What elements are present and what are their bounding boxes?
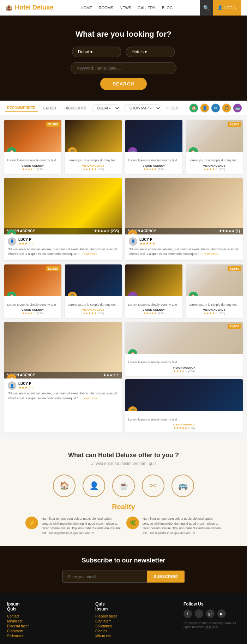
offer-feature-title: Reality — [7, 503, 240, 511]
tab-latest[interactable]: LATEST — [41, 105, 59, 111]
footer-link-claritas[interactable]: Claritas — [95, 629, 117, 633]
card-1-image: $2,980 🏠 — [4, 120, 61, 152]
header: 🏨 Hotel Deluxe HOME ROOMS NEWS GALLERY B… — [0, 0, 247, 16]
filter-icon-home[interactable]: 🏠 — [189, 103, 198, 113]
header-login-button[interactable]: 👤 LOGIN — [213, 0, 241, 16]
read-more-1[interactable]: ....read more — [79, 252, 97, 256]
footer-col-3: Follow Us f t g+ ▶ Copyright © 2016.Comp… — [183, 602, 240, 630]
location-select[interactable]: Dubai ▾ — [72, 47, 121, 57]
card-r3-4-image: $2,980 🏠 — [186, 264, 243, 296]
header-search-button[interactable]: 🔍 — [200, 0, 213, 16]
overlay-stars-1: ★★★★☆ (235) — [94, 229, 119, 233]
filter-map[interactable]: SHOW MAP ▾ — [124, 104, 161, 112]
review-card-1: VISION AGENCY ★★★★☆ (235) 🏠 👤 LUCY-P ★★★… — [4, 178, 122, 260]
card-r3-3-image: 🚌 — [125, 264, 182, 296]
social-facebook[interactable]: f — [183, 609, 192, 618]
logo: 🏨 Hotel Deluxe — [6, 4, 53, 11]
footer-link-claritatem2[interactable]: Claritatem — [95, 619, 117, 623]
review-3-text: "Ut wisi enim ad minim veniam, quis nost… — [8, 391, 118, 401]
review-card-1-overlay: VISION AGENCY ★★★★☆ (235) — [4, 228, 122, 234]
offer-icon-scissors[interactable]: ✂ — [142, 475, 164, 497]
social-twitter[interactable]: t — [195, 609, 203, 618]
card-r3-3: 🚌 Lorem Ipsum is simply dummy text VISIO… — [125, 264, 182, 318]
search-button[interactable]: SEARCH — [100, 78, 147, 90]
card-2-desc: Lorem Ipsum is simply dummy text — [68, 158, 119, 163]
card-r3-2-body: Lorem Ipsum is simply dummy text VISION … — [65, 296, 122, 318]
filter-icon-mail[interactable]: ✉ — [211, 103, 220, 113]
card-r4-2-image: 🎵 — [125, 379, 243, 411]
cards-row2: VISION AGENCY ★★★★☆ (235) 🏠 👤 LUCY-P ★★★… — [4, 178, 243, 260]
card-4-price: $2,980 — [228, 122, 241, 127]
footer-link-claritatem[interactable]: Claritatem — [7, 629, 29, 633]
nav-blog[interactable]: BLOG — [162, 6, 173, 10]
footer-link-mirum2[interactable]: Mirum est — [95, 634, 117, 638]
type-select[interactable]: Hotels ▾ — [126, 47, 175, 57]
filter-icon-bus[interactable]: 🚌 — [233, 103, 242, 113]
card-r4-1-body: Lorem Ipsum is simply dummy text VISION … — [125, 354, 243, 376]
card-3-stars: ★★★★★ (136) — [128, 167, 180, 171]
footer-link-sollemnes2[interactable]: Sollemnes — [95, 624, 117, 628]
review-card-2-image: VISION AGENCY ★★★★★ (1) 🏠 — [125, 178, 243, 234]
filter-icons: 🏠 👤 ✉ 🎵 🚌 — [189, 103, 242, 113]
newsletter-section: Subscribe to our newsletter SUBSCRIBE — [0, 546, 247, 593]
offer-icon-coffee[interactable]: ☕ — [112, 475, 135, 497]
cards-row3: $2,980 🏠 Lorem Ipsum is simply dummy tex… — [4, 264, 243, 318]
tab-highlights[interactable]: HIGHLIGHTS — [62, 105, 89, 111]
footer-link-sollemnes[interactable]: Sollemnes — [7, 634, 29, 638]
footer: IpsumQuis Contact Mirum est Placerat fac… — [0, 593, 247, 644]
card-r3-3-body: Lorem Ipsum is simply dummy text VISION … — [125, 296, 182, 318]
footer-link-placerat[interactable]: Placerat facer — [7, 624, 29, 628]
newsletter-subscribe-button[interactable]: SUBSCRIBE — [147, 571, 184, 583]
card-3-image: 🚌 — [125, 120, 182, 152]
nav-rooms[interactable]: ROOMS — [99, 6, 114, 10]
reviewer-3: 👤 LUCY-P ★★★☆☆ — [8, 381, 118, 390]
card-r3-1: $2,980 🏠 Lorem Ipsum is simply dummy tex… — [4, 264, 61, 318]
footer-link-mirum[interactable]: Mirum est — [7, 619, 29, 623]
offer-title: What can Hotel Deluxe offer to you ? — [7, 452, 240, 459]
filter-location[interactable]: DUBAI ▾ — [92, 104, 120, 112]
newsletter-email-input[interactable] — [62, 571, 147, 583]
card-r4-1-price: $2,980 — [228, 324, 241, 329]
hero-title: What are you looking for? — [7, 30, 240, 39]
offer-icon-bus[interactable]: 🚌 — [171, 475, 194, 497]
tab-recommended[interactable]: RECOMMENDED — [5, 105, 38, 112]
footer-link-contact[interactable]: Contact — [7, 614, 29, 618]
nav-home[interactable]: HOME — [81, 6, 92, 10]
filter-icon-music[interactable]: 🎵 — [222, 103, 231, 113]
feature-2-icon: 🌿 — [126, 517, 139, 529]
offer-icon-home[interactable]: 🏠 — [53, 475, 76, 497]
header-actions: 🔍 👤 LOGIN — [200, 0, 241, 16]
footer-link-placerat2[interactable]: Piacerat facer — [95, 614, 117, 618]
hero-filters: Dubai ▾ Hotels ▾ — [7, 47, 240, 57]
nav-news[interactable]: NEWS — [120, 6, 131, 10]
footer-col2-title: QuisIpsum — [95, 602, 117, 612]
offer-subtitle: Ut wisi enim ad minim veniam, quis — [7, 461, 240, 466]
footer-copyright: Copyright © 2016.Company name All rights… — [183, 621, 240, 630]
card-3-body: Lorem Ipsum is simply dummy text VISION … — [125, 152, 182, 174]
card-r3-4-price: $2,980 — [228, 266, 241, 271]
offer-icon-user[interactable]: 👤 — [83, 475, 105, 497]
keyword-input[interactable] — [71, 62, 176, 74]
offer-features: ⚡ Nam liber tempor cum soluta nobis elei… — [7, 517, 240, 536]
read-more-3[interactable]: ....read more — [79, 396, 97, 400]
offer-icons: 🏠 👤 ☕ ✂ 🚌 — [7, 475, 240, 497]
reviewer-1-avatar: 👤 — [8, 237, 16, 246]
social-gplus[interactable]: g+ — [206, 609, 215, 618]
card-r3-1-image: $2,980 🏠 — [4, 264, 61, 296]
review-card-1-body: 👤 LUCY-P ★★★☆☆ "Ut wisi enim ad minim ve… — [4, 234, 122, 260]
card-r3-2: 🎵 Lorem Ipsum is simply dummy text VISIO… — [65, 264, 122, 318]
card-2: 🎵 Lorem Ipsum is simply dummy text VISIO… — [65, 120, 122, 174]
card-1-stars: ★★★★☆ (236) — [7, 167, 59, 171]
card-r4-2: 🎵 Lorem Ipsum is simply dummy text VISIO… — [125, 379, 243, 433]
social-youtube[interactable]: ▶ — [217, 609, 226, 618]
read-more-2[interactable]: ....read more — [200, 252, 218, 256]
filter-icon-user[interactable]: 👤 — [200, 103, 209, 113]
card-2-stars: ★★★★★ (138) — [68, 167, 119, 171]
reviewer-2-avatar: 👤 — [129, 237, 137, 246]
nav-gallery[interactable]: GALLERY — [138, 6, 156, 10]
logo-icon: 🏨 — [6, 4, 13, 11]
feature-1: ⚡ Nam liber tempor cum soluta nobis elei… — [25, 517, 121, 536]
review-card-3-overlay: VISION AGENCY ★★★☆☆ — [4, 372, 122, 378]
card-2-image: 🎵 — [65, 120, 122, 152]
footer-col-2: QuisIpsum Piacerat facer Claritatem Soll… — [95, 602, 117, 639]
